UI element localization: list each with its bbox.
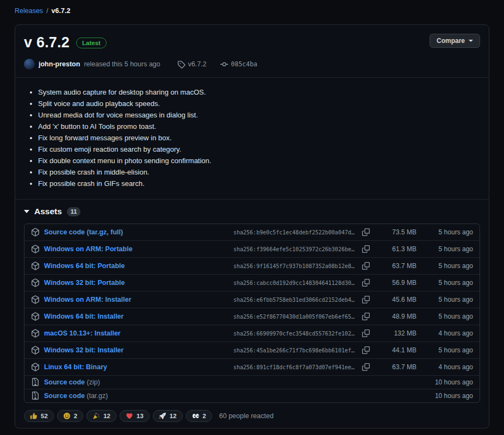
heart-emoji-icon — [126, 412, 133, 420]
asset-link-suffix: (tar.gz) — [85, 392, 108, 400]
release-title: v 6.7.2 — [24, 34, 70, 52]
copy-icon[interactable] — [362, 330, 370, 337]
asset-link[interactable]: Windows 64 bit: Installer — [44, 313, 123, 320]
asset-link[interactable]: Source code (tar.gz, full) — [44, 228, 123, 236]
reaction-count: 2 — [203, 413, 206, 419]
asset-sha256: sha256:e6fbb5758eb31ed3066cd2152deb4… — [233, 297, 354, 303]
asset-time: 5 hours ago — [421, 245, 473, 253]
copy-icon[interactable] — [362, 262, 370, 270]
release-note-item: Fix long forward messages preview in box… — [38, 132, 480, 144]
asset-link[interactable]: Windows 32 bit: Portable — [44, 279, 125, 287]
package-icon — [31, 329, 40, 338]
asset-link[interactable]: Windows on ARM: Portable — [44, 245, 133, 253]
release-note-item: Fix possible crash in GIFs search. — [38, 178, 480, 189]
asset-time: 5 hours ago — [421, 279, 473, 287]
compare-label: Compare — [437, 37, 465, 45]
reaction-heart[interactable]: 13 — [120, 410, 150, 422]
file-zip-icon — [31, 378, 40, 387]
assets-table: Source code (tar.gz, full)sha256:b9e0c5f… — [24, 223, 480, 403]
package-icon — [31, 363, 40, 371]
copy-icon[interactable] — [362, 279, 370, 287]
release-note-item: Split voice and audio playback speeds. — [38, 98, 480, 109]
asset-link-suffix: (zip) — [85, 378, 100, 386]
asset-row: macOS 10.13+: Installersha256:66909970cf… — [24, 325, 480, 341]
asset-sha256: sha256:9f16145f7c937b1087352a08b12e8… — [233, 263, 354, 269]
commit-icon — [220, 60, 228, 69]
breadcrumb-current: v6.7.2 — [52, 7, 71, 15]
asset-sha256: sha256:b9e0c5fc1ec48debf2522b00a047d… — [233, 229, 354, 235]
release-note-item: System audio capture for desktop sharing… — [38, 86, 480, 98]
reaction-rocket[interactable]: 12 — [153, 410, 183, 422]
asset-size: 61.3 MB — [374, 245, 416, 253]
commit-sha[interactable]: 085c4ba — [231, 60, 257, 68]
copy-icon[interactable] — [362, 346, 370, 354]
asset-row: Source code (zip)10 hours ago — [24, 375, 480, 389]
avatar[interactable] — [24, 59, 35, 70]
asset-time: 10 hours ago — [421, 392, 473, 400]
asset-link[interactable]: Source code (tar.gz) — [44, 392, 108, 400]
asset-time: 5 hours ago — [421, 313, 473, 320]
release-header: v 6.7.2 Latest Compare john-preston rele… — [15, 25, 489, 78]
release-note-item: Add 'x' button to AI Tools promo toast. — [38, 121, 480, 132]
release-note-item: Fix double context menu in photo sending… — [38, 155, 480, 166]
copy-icon[interactable] — [362, 296, 370, 303]
asset-row: Linux 64 bit: Binarysha256:891cf18dcf6c8… — [24, 358, 480, 375]
copy-icon[interactable] — [362, 245, 370, 253]
release-note-item: Fix possible crash in middle-elision. — [38, 166, 480, 178]
asset-size: 132 MB — [374, 330, 416, 337]
asset-size: 45.6 MB — [374, 296, 416, 303]
package-icon — [31, 312, 40, 321]
latest-badge: Latest — [76, 38, 107, 48]
asset-link[interactable]: Windows on ARM: Installer — [44, 296, 132, 303]
asset-link[interactable]: Source code (zip) — [44, 378, 100, 386]
asset-link[interactable]: Linux 64 bit: Binary — [44, 363, 107, 371]
asset-sha256: sha256:f39664efe5c10253972c26b3026be… — [233, 246, 354, 252]
release-note-item: Unread media dot for voice messages in d… — [38, 109, 480, 121]
tag-label[interactable]: v6.7.2 — [188, 60, 207, 68]
reaction-count: 13 — [136, 413, 144, 419]
tada-emoji-icon — [92, 412, 100, 420]
asset-time: 5 hours ago — [421, 346, 473, 354]
asset-row: Windows on ARM: Portablesha256:f39664efe… — [24, 240, 480, 257]
author-link[interactable]: john-preston — [39, 60, 80, 68]
asset-time: 4 hours ago — [421, 330, 473, 337]
reaction-smile[interactable]: 2 — [57, 410, 83, 422]
package-icon — [31, 262, 40, 270]
reaction-thumbs-up[interactable]: 52 — [24, 410, 54, 422]
release-page: Releases / v6.7.2 v 6.7.2 Latest Compare… — [0, 0, 504, 428]
rocket-emoji-icon — [159, 412, 166, 420]
package-icon — [31, 245, 40, 253]
copy-icon[interactable] — [362, 228, 370, 236]
package-icon — [31, 228, 40, 237]
release-note-item: Fix custom emoji reaction search by cate… — [38, 144, 480, 155]
eyes-emoji-icon — [192, 412, 200, 420]
compare-button[interactable]: Compare — [430, 34, 480, 48]
assets-section: Assets 11 Source code (tar.gz, full)sha2… — [15, 199, 489, 431]
tag-icon — [177, 60, 185, 69]
asset-sha256: sha256:66909970cfec3548cd557632fe102… — [233, 331, 354, 337]
reactions-bar: 522121312260 people reacted — [15, 403, 489, 431]
asset-time: 5 hours ago — [421, 262, 473, 270]
asset-link[interactable]: macOS 10.13+: Installer — [44, 330, 121, 337]
reaction-eyes[interactable]: 2 — [186, 410, 212, 422]
reaction-count: 2 — [74, 413, 77, 419]
assets-header[interactable]: Assets 11 — [15, 200, 489, 222]
package-icon — [31, 278, 40, 287]
copy-icon[interactable] — [362, 313, 370, 320]
asset-link[interactable]: Windows 32 bit: Installer — [44, 346, 123, 354]
chevron-down-icon — [469, 40, 473, 42]
assets-title: Assets — [34, 207, 62, 216]
asset-time: 5 hours ago — [421, 228, 473, 236]
reaction-tada[interactable]: 12 — [86, 410, 116, 422]
breadcrumb-releases-link[interactable]: Releases — [15, 7, 43, 15]
copy-icon[interactable] — [362, 363, 370, 371]
asset-size: 63.7 MB — [374, 363, 416, 371]
assets-count-badge: 11 — [67, 207, 81, 216]
asset-link[interactable]: Windows 64 bit: Portable — [44, 262, 125, 270]
asset-time: 5 hours ago — [421, 296, 473, 303]
asset-row: Windows 32 bit: Installersha256:45a1be26… — [24, 341, 480, 358]
asset-size: 44.1 MB — [374, 346, 416, 354]
asset-size: 56.9 MB — [374, 279, 416, 287]
release-notes: System audio capture for desktop sharing… — [15, 78, 489, 198]
package-icon — [31, 295, 40, 304]
